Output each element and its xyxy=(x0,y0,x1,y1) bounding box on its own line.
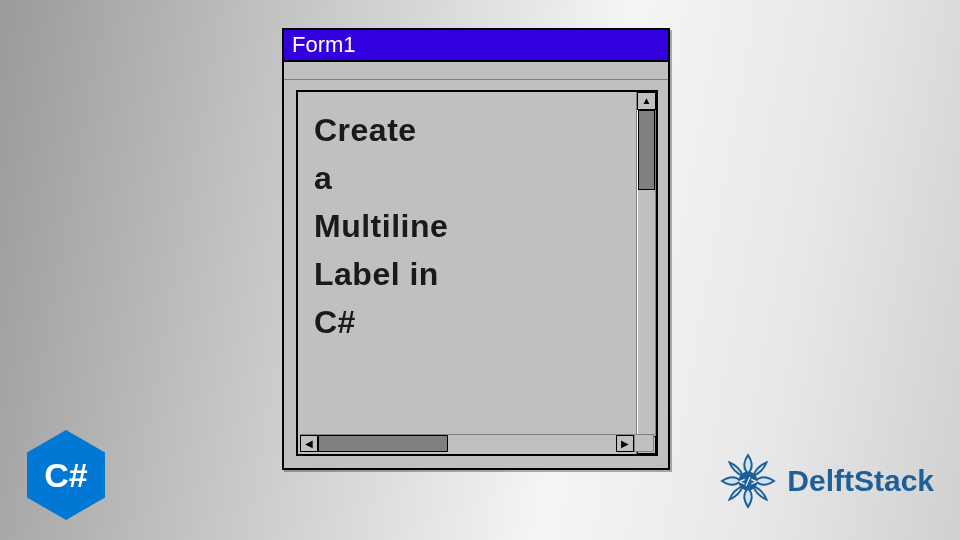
multiline-label: Create a Multiline Label in C# xyxy=(298,92,636,454)
window-titlebar[interactable]: Form1 xyxy=(284,30,668,62)
client-area: Create a Multiline Label in C# ▲ ▼ ◀ ▶ xyxy=(284,80,668,466)
multiline-label-container: Create a Multiline Label in C# ▲ ▼ ◀ ▶ xyxy=(296,90,658,456)
horizontal-scrollbar[interactable]: ◀ ▶ xyxy=(300,434,634,452)
hscroll-track[interactable] xyxy=(318,435,616,452)
vscroll-track[interactable] xyxy=(637,110,656,436)
vertical-scrollbar[interactable]: ▲ ▼ xyxy=(636,92,656,454)
svg-text:</>: </> xyxy=(739,476,757,487)
hexagon-icon: C# xyxy=(27,430,105,520)
label-line: Label in xyxy=(314,250,622,298)
menubar xyxy=(284,62,668,80)
delftstack-logo: </> DelftStack xyxy=(717,450,934,512)
vscroll-thumb[interactable] xyxy=(638,110,655,190)
window-title: Form1 xyxy=(292,32,356,58)
hscroll-thumb[interactable] xyxy=(318,435,448,452)
scroll-right-arrow-icon[interactable]: ▶ xyxy=(616,435,634,452)
scroll-left-arrow-icon[interactable]: ◀ xyxy=(300,435,318,452)
label-line: C# xyxy=(314,298,622,346)
label-line: Multiline xyxy=(314,202,622,250)
form-window: Form1 Create a Multiline Label in C# ▲ ▼… xyxy=(282,28,670,470)
csharp-text: C# xyxy=(44,456,87,495)
label-line: Create xyxy=(314,106,622,154)
scrollbar-corner xyxy=(634,434,654,452)
delftstack-flower-icon: </> xyxy=(717,450,779,512)
delftstack-text: DelftStack xyxy=(787,464,934,498)
scroll-up-arrow-icon[interactable]: ▲ xyxy=(637,92,656,110)
label-line: a xyxy=(314,154,622,202)
csharp-badge: C# xyxy=(24,428,108,522)
